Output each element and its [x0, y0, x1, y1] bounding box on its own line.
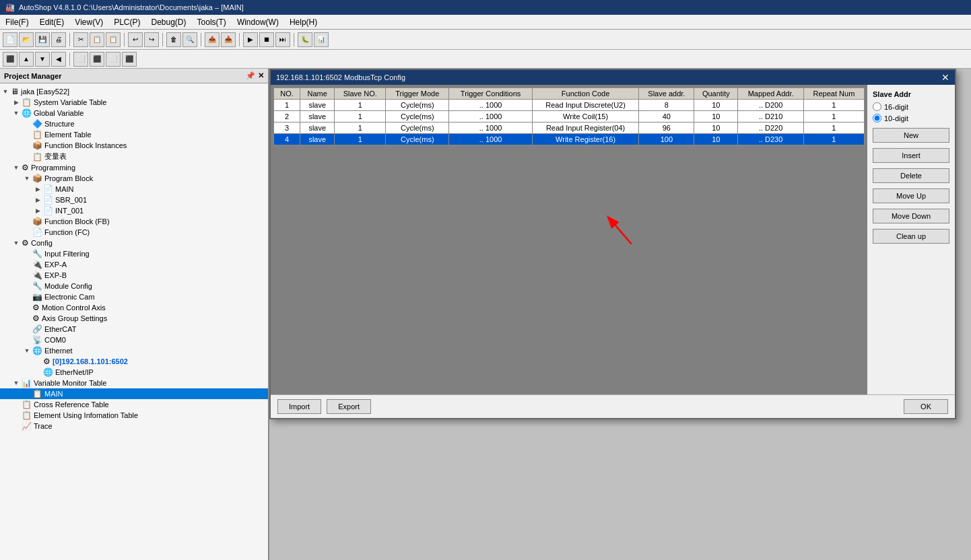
export-button[interactable]: Export	[327, 399, 371, 414]
tree-item-ethernetip[interactable]: 🌐EtherNet/IP	[0, 367, 268, 378]
table-body[interactable]: 1slave1Cycle(ms).. 1000Read Input Discre…	[274, 100, 865, 145]
tree-toggle-globalvar[interactable]: ▼	[11, 110, 22, 116]
redo-btn[interactable]: ↪	[144, 32, 159, 47]
tree-item-axisgroup[interactable]: ⚙Axis Group Settings	[0, 313, 268, 324]
radio-16-input[interactable]	[873, 102, 881, 111]
undo-btn[interactable]: ↩	[128, 32, 143, 47]
new-btn[interactable]: 📄	[3, 32, 18, 47]
tree-item-programblock[interactable]: ▼📦Program Block	[0, 173, 268, 184]
tree-item-sysvar[interactable]: ▶📋System Variable Table	[0, 97, 268, 108]
debug-btn[interactable]: 🐛	[298, 32, 312, 47]
table-row[interactable]: 3slave1Cycle(ms).. 1000Read Input Regist…	[274, 123, 865, 134]
run-btn[interactable]: ▶	[243, 32, 258, 47]
tree-item-crossref[interactable]: 📋Cross Reference Table	[0, 399, 268, 410]
new-button[interactable]: New	[873, 128, 949, 143]
tree-item-varmain[interactable]: 📋MAIN	[0, 388, 268, 399]
step-btn[interactable]: ⏭	[275, 32, 290, 47]
tree-item-inputfilter[interactable]: 🔧Input Filtering	[0, 248, 268, 259]
tree-toggle-varmonitor[interactable]: ▼	[11, 380, 22, 386]
tree-item-fcblock[interactable]: 📄Function (FC)	[0, 227, 268, 238]
menubar-item-toolst[interactable]: Tools(T)	[192, 15, 232, 29]
import-button[interactable]: Import	[277, 399, 321, 414]
tree-item-motionaxis[interactable]: ⚙Motion Control Axis	[0, 302, 268, 313]
radio-16-digit[interactable]: 16-digit	[873, 102, 949, 111]
tb2-btn2[interactable]: ▲	[19, 52, 34, 67]
tree-toggle-main[interactable]: ▶	[32, 186, 43, 193]
tree-item-variabletable[interactable]: 📋变量表	[0, 151, 268, 162]
tree-item-expb[interactable]: 🔌EXP-B	[0, 270, 268, 281]
tree-toggle-int001[interactable]: ▶	[32, 207, 43, 214]
tree-item-structure[interactable]: 🔷Structure	[0, 118, 268, 129]
insert-button[interactable]: Insert	[873, 148, 949, 163]
tree-item-sbr001[interactable]: ▶📄SBR_001	[0, 195, 268, 205]
copy-btn[interactable]: 📋	[90, 32, 104, 47]
menubar-item-helph[interactable]: Help(H)	[284, 15, 323, 29]
tree-item-jaka[interactable]: ▼🖥jaka [Easy522]	[0, 86, 268, 97]
paste-btn[interactable]: 📋	[106, 32, 121, 47]
tree-icon-ethernet: 🌐	[32, 346, 42, 355]
tree-item-elementusing[interactable]: 📋Element Using Infomation Table	[0, 410, 268, 421]
tree-toggle-sbr001[interactable]: ▶	[32, 197, 43, 203]
menubar-item-windoww[interactable]: Window(W)	[232, 15, 284, 29]
tree-item-fbblock[interactable]: 📦Function Block (FB)	[0, 216, 268, 227]
delete-button[interactable]: Delete	[873, 168, 949, 183]
tree-toggle-jaka[interactable]: ▼	[0, 88, 11, 95]
menubar-item-plcp[interactable]: PLC(P)	[108, 15, 145, 29]
tree-item-config[interactable]: ▼⚙Config	[0, 238, 268, 248]
open-btn[interactable]: 📂	[19, 32, 34, 47]
tb2-btn4[interactable]: ◀	[51, 52, 66, 67]
menubar-item-filef[interactable]: File(F)	[0, 15, 34, 29]
tb2-btn3[interactable]: ▼	[35, 52, 50, 67]
print-btn[interactable]: 🖨	[51, 32, 66, 47]
tree-toggle-programblock[interactable]: ▼	[22, 175, 32, 182]
radio-10-input[interactable]	[873, 114, 881, 123]
search-btn[interactable]: 🔍	[182, 32, 197, 47]
delete-btn[interactable]: 🗑	[166, 32, 181, 47]
stop-btn[interactable]: ⏹	[259, 32, 274, 47]
menubar-item-debugd[interactable]: Debug(D)	[146, 15, 192, 29]
tree-item-fbinstances[interactable]: 📦Function Block Instances	[0, 140, 268, 151]
tb2-btn6[interactable]: ⬛	[90, 52, 104, 67]
move-up-button[interactable]: Move Up	[873, 188, 949, 203]
tree-item-trace[interactable]: 📈Trace	[0, 421, 268, 431]
tree-item-electroniccam[interactable]: 📷Electronic Cam	[0, 291, 268, 302]
tree-item-varmonitor[interactable]: ▼📊Variable Monitor Table	[0, 378, 268, 388]
tree-item-expa[interactable]: 🔌EXP-A	[0, 259, 268, 270]
menubar-item-viewv[interactable]: View(V)	[69, 15, 108, 29]
tree-toggle-programming[interactable]: ▼	[11, 164, 22, 171]
tree-toggle-ethernet[interactable]: ▼	[22, 347, 32, 354]
clean-up-button[interactable]: Clean up	[873, 229, 949, 244]
tree-item-elementtable[interactable]: 📋Element Table	[0, 129, 268, 140]
tree-item-ethercat[interactable]: 🔗EtherCAT	[0, 324, 268, 335]
tree-item-globalvar[interactable]: ▼🌐Global Variable	[0, 108, 268, 118]
tb2-btn5[interactable]: ⬜	[73, 52, 88, 67]
radio-10-digit[interactable]: 10-digit	[873, 114, 949, 123]
tree-item-programming[interactable]: ▼⚙Programming	[0, 162, 268, 173]
cut-btn[interactable]: ✂	[73, 32, 88, 47]
tree-icon-varmonitor: 📊	[22, 378, 32, 388]
tree-item-moduleconfig[interactable]: 🔧Module Config	[0, 281, 268, 291]
monitor-btn[interactable]: 📊	[314, 32, 329, 47]
download-btn[interactable]: 📥	[221, 32, 236, 47]
ok-button[interactable]: OK	[904, 399, 948, 414]
tree-item-ethernet[interactable]: ▼🌐Ethernet	[0, 345, 268, 356]
table-row[interactable]: 2slave1Cycle(ms).. 1000Write Coil(15)401…	[274, 111, 865, 123]
tree-toggle-sysvar[interactable]: ▶	[11, 99, 22, 106]
dialog-close-btn[interactable]: ✕	[941, 72, 949, 83]
move-down-button[interactable]: Move Down	[873, 209, 949, 223]
tree-toggle-config[interactable]: ▼	[11, 240, 22, 246]
tb2-btn7[interactable]: ⬜	[106, 52, 121, 67]
tree-item-eth-ip[interactable]: ⚙[0]192.168.1.101:6502	[0, 356, 268, 367]
menubar-item-edite[interactable]: Edit(E)	[34, 15, 70, 29]
sidebar-pin-icon[interactable]: 📌	[246, 71, 255, 80]
upload-btn[interactable]: 📤	[205, 32, 220, 47]
tree-item-com0[interactable]: 📡COM0	[0, 335, 268, 345]
tree-item-main[interactable]: ▶📄MAIN	[0, 184, 268, 195]
table-row[interactable]: 4slave1Cycle(ms).. 1000Write Register(16…	[274, 134, 865, 145]
table-row[interactable]: 1slave1Cycle(ms).. 1000Read Input Discre…	[274, 100, 865, 111]
sidebar-close-icon[interactable]: ✕	[258, 71, 264, 80]
tb2-btn1[interactable]: ⬛	[3, 52, 18, 67]
tb2-btn8[interactable]: ⬛	[122, 52, 137, 67]
tree-item-int001[interactable]: ▶📄INT_001	[0, 205, 268, 216]
save-btn[interactable]: 💾	[35, 32, 50, 47]
